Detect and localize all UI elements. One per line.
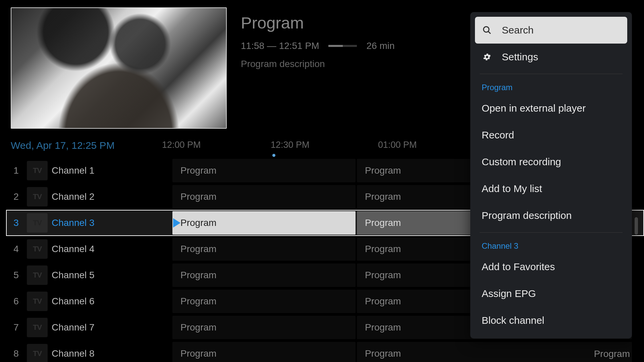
- channel-name: Channel 2: [52, 191, 172, 202]
- channel-name: Channel 7: [52, 322, 172, 333]
- add-to-list-menu-item[interactable]: Add to My list: [475, 175, 627, 202]
- channel-number: 7: [6, 322, 26, 333]
- settings-label: Settings: [502, 51, 538, 63]
- program-time: 11:58 — 12:51 PM: [241, 41, 319, 51]
- channel-name: Channel 1: [52, 165, 172, 176]
- tv-icon: TV: [27, 318, 48, 337]
- open-external-menu-item[interactable]: Open in external player: [475, 95, 627, 122]
- tv-icon: TV: [27, 161, 48, 180]
- context-menu: Search Settings Program Open in external…: [470, 12, 632, 339]
- block-channel-menu-item[interactable]: Block channel: [475, 307, 627, 334]
- program-cell[interactable]: Program: [172, 290, 356, 313]
- program-cell[interactable]: Program: [172, 237, 356, 261]
- time-tick: 12:30 PM: [271, 140, 310, 150]
- record-menu-item[interactable]: Record: [475, 122, 627, 148]
- channel-name: Channel 3: [52, 218, 172, 228]
- menu-separator: [480, 232, 623, 233]
- time-tick: 12:00 PM: [162, 140, 201, 150]
- channel-number: 6: [6, 296, 26, 307]
- program-cell[interactable]: Program: [172, 342, 356, 362]
- program-cell[interactable]: Program: [172, 316, 356, 339]
- program-description-menu-item[interactable]: Program description: [475, 202, 627, 229]
- menu-scrollbar-thumb[interactable]: [635, 217, 638, 235]
- assign-epg-menu-item[interactable]: Assign EPG: [475, 280, 627, 307]
- menu-program-header: Program: [475, 77, 627, 95]
- svg-point-0: [484, 27, 489, 32]
- program-title: Program: [241, 13, 395, 32]
- tv-icon: TV: [27, 213, 48, 233]
- settings-menu-item[interactable]: Settings: [475, 44, 627, 70]
- channel-number: 4: [6, 244, 26, 254]
- menu-separator: [480, 74, 623, 74]
- channel-name: Channel 5: [52, 270, 172, 281]
- tv-icon: TV: [27, 187, 48, 206]
- channel-number: 3: [6, 218, 26, 228]
- channel-row[interactable]: 8TVChannel 8ProgramProgram: [6, 341, 644, 362]
- tv-icon: TV: [27, 292, 48, 311]
- search-menu-item[interactable]: Search: [475, 17, 627, 44]
- channel-number: 5: [6, 270, 26, 281]
- tv-icon: TV: [27, 265, 48, 285]
- search-label: Search: [502, 24, 534, 36]
- tv-icon: TV: [27, 344, 48, 362]
- channel-number: 8: [6, 348, 26, 359]
- svg-line-1: [488, 32, 491, 34]
- gear-icon: [482, 52, 492, 62]
- program-cell[interactable]: Program: [357, 342, 632, 362]
- time-tick: 01:00 PM: [378, 140, 417, 150]
- channel-name: Channel 6: [52, 296, 172, 307]
- channel-name: Channel 8: [52, 348, 172, 359]
- program-cell[interactable]: Program: [594, 349, 630, 359]
- program-cell[interactable]: Program: [172, 159, 356, 182]
- program-info: Program 11:58 — 12:51 PM 26 min Program …: [241, 13, 395, 69]
- menu-channel-header: Channel 3: [475, 236, 627, 253]
- program-description-text: Program description: [241, 59, 395, 69]
- video-preview[interactable]: [11, 7, 227, 129]
- play-icon: [173, 218, 180, 228]
- channel-name: Channel 4: [52, 244, 172, 254]
- program-progress-bar: [328, 45, 357, 47]
- program-duration: 26 min: [366, 41, 394, 51]
- program-cell[interactable]: Program: [172, 185, 356, 208]
- add-favorites-menu-item[interactable]: Add to Favorites: [475, 253, 627, 280]
- tv-icon: TV: [27, 239, 48, 259]
- now-indicator: [272, 154, 275, 157]
- custom-recording-menu-item[interactable]: Custom recording: [475, 148, 627, 175]
- channel-number: 2: [6, 191, 26, 202]
- program-cell[interactable]: Program: [172, 211, 356, 235]
- program-cell[interactable]: Program: [172, 263, 356, 287]
- channel-number: 1: [6, 165, 26, 176]
- search-icon: [482, 25, 492, 36]
